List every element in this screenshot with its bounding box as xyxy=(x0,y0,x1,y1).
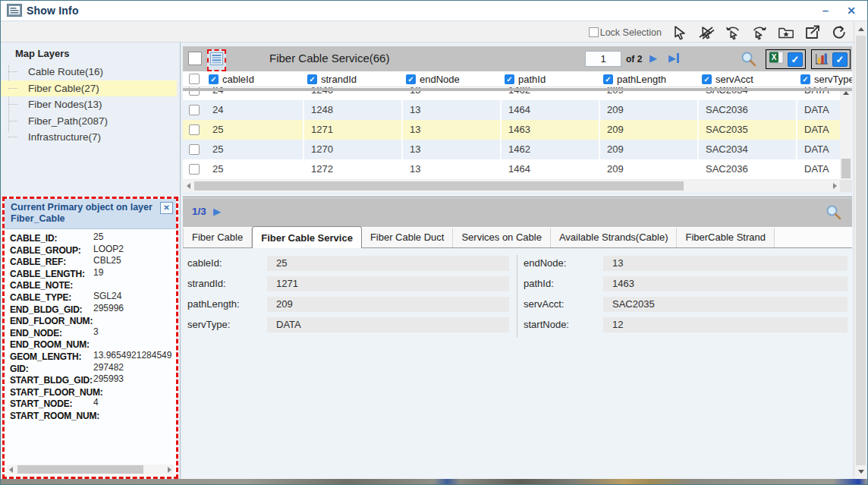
column-header-pathLength: ✓pathLength xyxy=(600,71,699,87)
tab-fiber-cable-duct[interactable]: Fiber Cable Duct xyxy=(362,228,454,247)
layer-item-infrastructure[interactable]: Infrastructure(7) xyxy=(1,129,177,146)
record-pager-label: 1/3 xyxy=(192,206,206,217)
primary-panel-close-icon[interactable]: ✕ xyxy=(160,202,173,214)
table-row[interactable]: 24 1248 13 1464 209 SAC2036 DATA xyxy=(183,100,840,120)
next-selection-icon[interactable] xyxy=(751,24,768,41)
scrollbar-thumb[interactable] xyxy=(194,181,684,191)
column-checkbox[interactable]: ✓ xyxy=(406,74,416,84)
row-checkbox[interactable] xyxy=(189,164,200,175)
main-content: Fiber Cable Service(66) of 2 ▶ ▶ X ✓ ✓ xyxy=(183,43,852,479)
attr-row: END_FLOOR_NUM: xyxy=(10,314,176,326)
map-layers-panel: Map Layers Cable Route(16) Fiber Cable(2… xyxy=(1,43,180,194)
column-header-servAcct: ✓servAcct xyxy=(699,71,797,87)
scroll-left-icon[interactable] xyxy=(9,467,13,473)
panel-horizontal-scrollbar[interactable] xyxy=(7,465,174,474)
excel-export-group: X ✓ xyxy=(766,49,806,69)
attr-row: CABLE_LENGTH:19 xyxy=(10,267,176,279)
field-strandId: strandId:1271 xyxy=(187,276,509,291)
table-row[interactable]: 25 1270 13 1462 209 SAC2034 DATA xyxy=(183,140,840,159)
select-all-checkbox[interactable] xyxy=(188,52,202,65)
left-sidebar: Map Layers Cable Route(16) Fiber Cable(2… xyxy=(1,43,181,479)
scroll-left-icon[interactable] xyxy=(183,180,193,192)
column-checkbox[interactable]: ✓ xyxy=(702,74,712,84)
table-row-selected[interactable]: 25 1271 13 1463 209 SAC2035 DATA xyxy=(183,120,840,140)
page-number-input[interactable] xyxy=(585,51,621,67)
table-vertical-scrollbar[interactable] xyxy=(840,87,852,192)
toolbar: Lock Selection xyxy=(1,22,854,43)
list-view-icon-highlighted[interactable] xyxy=(207,49,226,71)
map-preview-strip xyxy=(1,479,867,484)
detail-fields-panel: cableId:25 strandId:1271 pathLength:209 … xyxy=(183,249,852,479)
row-checkbox[interactable] xyxy=(189,144,200,155)
folder-favorites-icon[interactable] xyxy=(778,24,794,41)
layer-item-fiber-cable[interactable]: Fiber Cable(27) xyxy=(1,80,177,97)
scrollbar-corner xyxy=(840,180,852,192)
refresh-icon[interactable] xyxy=(831,24,848,41)
field-pathId: pathId:1463 xyxy=(524,276,848,291)
attr-row: START_BLDG_GID:295993 xyxy=(10,373,176,386)
column-checkbox[interactable]: ✓ xyxy=(209,74,219,84)
detail-search-icon[interactable] xyxy=(826,204,841,223)
field-startNode: startNode:12 xyxy=(524,317,848,332)
scroll-right-icon[interactable] xyxy=(829,180,840,192)
scrollbar-thumb[interactable] xyxy=(841,159,851,178)
detail-pager-bar: 1/3 ▶ xyxy=(183,198,852,227)
lock-selection-control: Lock Selection xyxy=(589,27,662,38)
scroll-position-bar xyxy=(183,88,852,91)
bar-chart-icon[interactable] xyxy=(814,51,829,68)
field-servAcct: servAcct:SAC2035 xyxy=(524,296,848,312)
column-header-cableId: ✓cableId xyxy=(206,71,304,87)
open-external-icon[interactable] xyxy=(804,24,821,41)
attr-row: START_FLOOR_NUM: xyxy=(10,386,176,398)
deselect-pointer-icon[interactable] xyxy=(698,24,715,41)
field-cableId: cableId:25 xyxy=(187,255,509,271)
field-pathLength: pathLength:209 xyxy=(187,296,509,312)
select-pointer-icon[interactable] xyxy=(671,24,688,41)
column-header-strandId: ✓strandId xyxy=(304,71,403,87)
column-checkbox[interactable]: ✓ xyxy=(603,74,613,84)
show-info-icon xyxy=(7,4,22,20)
table-row[interactable]: 25 1272 13 1464 209 SAC2036 DATA xyxy=(183,159,840,179)
previous-selection-icon[interactable] xyxy=(725,24,741,41)
table-horizontal-scrollbar[interactable] xyxy=(183,180,840,192)
chart-enabled-checkbox[interactable]: ✓ xyxy=(832,52,848,67)
scroll-right-icon[interactable] xyxy=(168,467,171,473)
tab-fiber-cable[interactable]: Fiber Cable xyxy=(183,228,252,247)
next-page-icon[interactable]: ▶ xyxy=(649,52,657,64)
last-page-icon[interactable]: ▶ xyxy=(668,52,679,64)
attr-row: START_NODE:4 xyxy=(10,397,176,409)
layer-item-fiber-nodes[interactable]: Fiber Nodes(13) xyxy=(1,96,177,113)
attr-row: START_ROOM_NUM: xyxy=(10,409,176,421)
column-checkbox[interactable]: ✓ xyxy=(307,74,317,84)
table-search-icon[interactable] xyxy=(741,51,756,70)
section-divider xyxy=(183,197,852,197)
tab-fiber-cable-service[interactable]: Fiber Cable Service xyxy=(252,226,362,248)
show-info-window: Show Info – ✕ Lock Selection xyxy=(0,0,868,485)
field-servType: servType:DATA xyxy=(187,317,509,332)
scrollbar-thumb[interactable] xyxy=(17,465,143,474)
header-row-checkbox[interactable] xyxy=(189,74,200,84)
scroll-up-icon[interactable] xyxy=(854,24,867,35)
minimize-button[interactable]: – xyxy=(816,2,835,19)
excel-export-icon[interactable]: X xyxy=(769,50,785,68)
close-button[interactable]: ✕ xyxy=(841,2,861,19)
column-checkbox[interactable]: ✓ xyxy=(505,74,514,84)
layer-item-cable-route[interactable]: Cable Route(16) xyxy=(1,64,177,80)
primary-panel-title: Current Primary object on layer Fiber_Ca… xyxy=(11,202,156,225)
tab-fibercable-strand[interactable]: FiberCable Strand xyxy=(677,228,775,247)
tab-services-on-cable[interactable]: Services on Cable xyxy=(453,228,551,247)
layer-item-fiber-path[interactable]: Fiber_Path(2087) xyxy=(1,113,177,130)
tab-available-strands[interactable]: Available Strands(Cable) xyxy=(551,228,678,247)
scrollbar-thumb[interactable] xyxy=(856,36,866,465)
page-of-label: of 2 xyxy=(626,54,642,65)
lock-selection-checkbox[interactable] xyxy=(589,27,599,37)
svg-text:X: X xyxy=(772,53,777,61)
attr-row: CABLE_NOTE: xyxy=(10,279,176,291)
row-checkbox[interactable] xyxy=(189,105,200,115)
next-record-icon[interactable]: ▶ xyxy=(213,206,221,217)
row-checkbox[interactable] xyxy=(189,124,200,135)
excel-enabled-checkbox[interactable]: ✓ xyxy=(788,52,803,67)
scroll-down-icon[interactable] xyxy=(854,466,867,477)
column-checkbox[interactable]: ✓ xyxy=(800,74,810,84)
window-vertical-scrollbar[interactable] xyxy=(854,22,866,479)
